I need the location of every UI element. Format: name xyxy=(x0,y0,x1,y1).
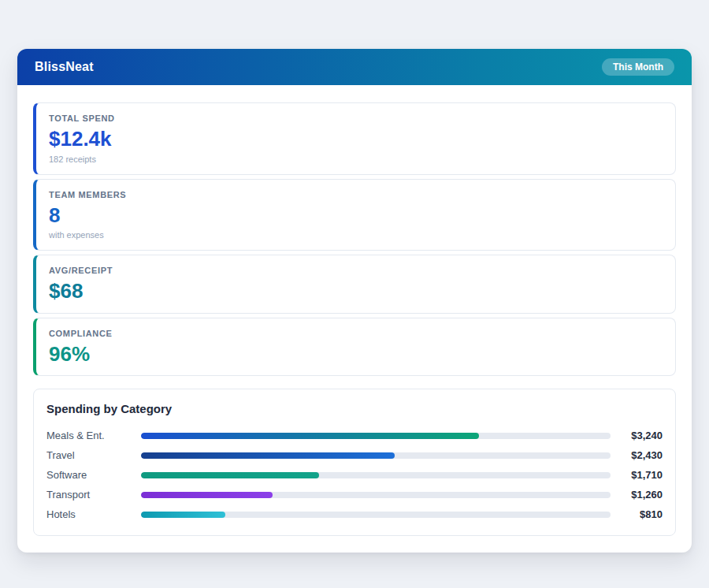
category-row-hotels: Hotels $810 xyxy=(46,504,663,524)
category-row-meals: Meals & Ent. $3,240 xyxy=(46,426,663,445)
category-label: Transport xyxy=(46,489,141,501)
bar-track xyxy=(141,492,611,498)
stat-label: TOTAL SPEND xyxy=(49,114,663,123)
bar-track xyxy=(141,472,611,478)
expense-dashboard-card: BlissNeat This Month TOTAL SPEND $12.4k … xyxy=(17,49,692,553)
dashboard-content: TOTAL SPEND $12.4k 182 receipts TEAM MEM… xyxy=(17,85,692,553)
category-row-software: Software $1,710 xyxy=(46,465,663,485)
stat-label: COMPLIANCE xyxy=(49,329,663,338)
stat-sub: with expenses xyxy=(49,230,663,240)
category-amount: $1,260 xyxy=(611,489,663,501)
stat-value: 8 xyxy=(49,204,663,227)
spending-by-category-card: Spending by Category Meals & Ent. $3,240… xyxy=(33,389,676,536)
app-header: BlissNeat This Month xyxy=(17,49,692,85)
bar-fill xyxy=(141,492,273,498)
stat-card-total-spend: TOTAL SPEND $12.4k 182 receipts xyxy=(33,102,676,175)
bar-fill xyxy=(141,452,395,459)
category-amount: $2,430 xyxy=(611,449,663,461)
stat-card-team-members: TEAM MEMBERS 8 with expenses xyxy=(33,179,676,251)
stat-value: $68 xyxy=(49,280,663,303)
stat-value: 96% xyxy=(49,343,663,366)
section-title: Spending by Category xyxy=(46,402,663,415)
bar-fill xyxy=(141,472,319,478)
category-amount: $1,710 xyxy=(611,469,663,481)
category-label: Meals & Ent. xyxy=(46,430,141,441)
stat-label: TEAM MEMBERS xyxy=(49,190,663,199)
category-label: Software xyxy=(46,469,141,481)
bar-fill xyxy=(141,512,225,518)
bar-track xyxy=(141,433,611,439)
app-title: BlissNeat xyxy=(35,60,94,74)
stat-card-avg-receipt: AVG/RECEIPT $68 xyxy=(33,255,676,314)
category-row-transport: Transport $1,260 xyxy=(46,485,663,504)
stat-label: AVG/RECEIPT xyxy=(49,266,663,275)
bar-track xyxy=(141,512,611,518)
period-badge[interactable]: This Month xyxy=(602,58,674,76)
bar-fill xyxy=(141,433,479,439)
stat-value: $12.4k xyxy=(49,128,663,151)
category-label: Hotels xyxy=(46,508,141,520)
category-row-travel: Travel $2,430 xyxy=(46,445,663,465)
category-amount: $810 xyxy=(611,508,663,520)
category-amount: $3,240 xyxy=(611,430,663,441)
stat-card-compliance: COMPLIANCE 96% xyxy=(33,318,676,377)
stat-sub: 182 receipts xyxy=(49,154,663,164)
category-label: Travel xyxy=(46,449,141,461)
bar-track xyxy=(141,452,611,459)
